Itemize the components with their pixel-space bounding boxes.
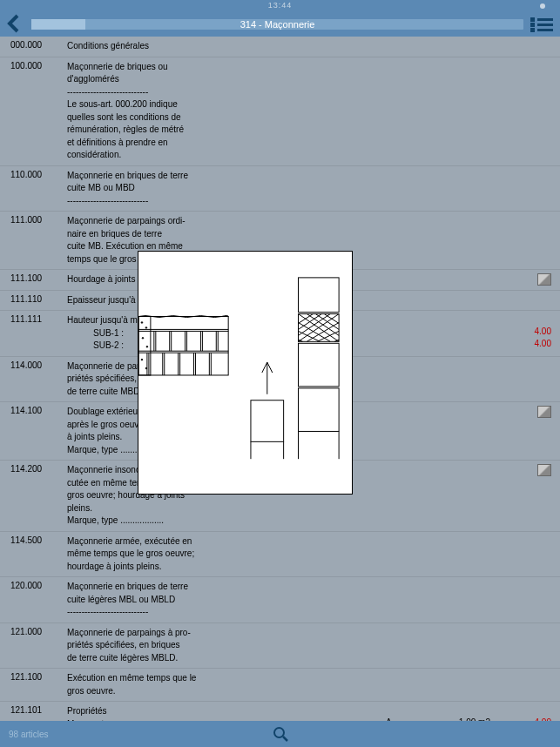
- article-code: 121.101: [10, 705, 58, 721]
- svg-rect-2: [138, 317, 228, 375]
- svg-rect-36: [299, 343, 340, 387]
- article-text: Maçonnerie armée, exécutée en même temps…: [58, 535, 233, 574]
- svg-rect-34: [299, 278, 340, 313]
- svg-rect-37: [299, 388, 340, 432]
- article-row[interactable]: 114.500Maçonnerie armée, exécutée en mêm…: [0, 532, 560, 578]
- svg-line-1: [283, 737, 287, 741]
- page-title: 314 - Maçonnerie: [240, 19, 315, 30]
- article-text: Exécution en même temps que le gros oeuv…: [58, 672, 233, 697]
- svg-point-30: [142, 338, 144, 340]
- list-view-button[interactable]: [530, 15, 553, 34]
- svg-point-31: [146, 346, 148, 347]
- article-code: 111.110: [10, 294, 58, 307]
- progress-bar[interactable]: 314 - Maçonnerie: [31, 19, 523, 30]
- article-code: 114.000: [10, 360, 58, 399]
- article-text: Conditions générales: [58, 40, 233, 53]
- svg-point-0: [274, 728, 284, 737]
- article-code: 114.500: [10, 535, 58, 574]
- article-row[interactable]: 000.000Conditions générales: [0, 37, 560, 57]
- svg-point-32: [141, 359, 143, 360]
- progress-fill: [31, 19, 85, 30]
- image-icon[interactable]: [537, 406, 551, 418]
- article-code: 114.100: [10, 406, 58, 456]
- sub-values: 4.00: [516, 326, 551, 336]
- article-code: 110.000: [10, 170, 58, 208]
- header: 314 - Maçonnerie: [0, 12, 560, 37]
- back-button[interactable]: [7, 14, 24, 35]
- article-text: Maçonnerie en briques de terre cuite MB …: [58, 170, 233, 208]
- article-text: Propriétés Marque, type ................…: [58, 705, 233, 721]
- article-code: 121.000: [10, 627, 58, 665]
- article-code: 000.000: [10, 40, 58, 53]
- svg-point-29: [145, 327, 147, 329]
- image-icon[interactable]: [537, 464, 551, 476]
- article-code: 120.000: [10, 581, 58, 619]
- article-row[interactable]: 121.101Propriétés Marque, type .........…: [0, 702, 560, 721]
- svg-point-28: [141, 322, 143, 324]
- article-count: 98 articles: [9, 730, 49, 739]
- article-text: Maçonnerie en briques de terre cuite lég…: [58, 581, 233, 619]
- article-code: 114.200: [10, 464, 58, 528]
- sub-price: 4.00: [516, 339, 551, 348]
- image-icon[interactable]: [537, 273, 551, 286]
- article-row[interactable]: 121.100Exécution en même temps que le gr…: [0, 669, 560, 702]
- article-row[interactable]: 121.000Maçonnerie de parpaings à pro- pr…: [0, 623, 560, 670]
- status-indicator: [540, 3, 545, 9]
- sub-values: 4.00: [516, 339, 551, 348]
- article-code: 111.000: [10, 215, 58, 266]
- drawing-overlay: [138, 251, 353, 495]
- article-code: 121.100: [10, 672, 58, 697]
- article-text: Maçonnerie de briques ou d'agglomérés --…: [58, 61, 233, 162]
- article-code: 100.000: [10, 61, 58, 162]
- article-code: 111.100: [10, 273, 58, 286]
- article-text: Maçonnerie de parpaings à pro- priétés s…: [58, 627, 233, 665]
- status-bar: 13:44: [0, 0, 560, 12]
- search-button[interactable]: [273, 726, 288, 742]
- article-row[interactable]: 120.000Maçonnerie en briques de terre cu…: [0, 577, 560, 623]
- svg-point-33: [145, 367, 147, 369]
- article-row[interactable]: 110.000Maçonnerie en briques de terre cu…: [0, 166, 560, 212]
- footer: 98 articles: [0, 721, 560, 747]
- article-code: 111.111: [10, 314, 58, 353]
- article-row[interactable]: 100.000Maçonnerie de briques ou d'agglom…: [0, 57, 560, 166]
- status-time: 13:44: [268, 1, 293, 10]
- svg-rect-40: [251, 400, 284, 442]
- sub-price: 4.00: [516, 326, 551, 336]
